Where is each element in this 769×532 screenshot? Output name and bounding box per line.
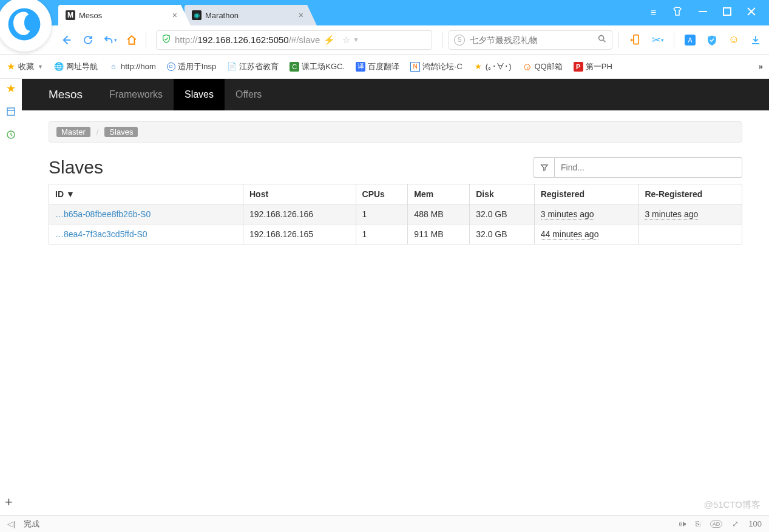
- reload-button[interactable]: [80, 32, 96, 48]
- zoom-value-icon[interactable]: 100: [748, 519, 762, 528]
- maximize-icon[interactable]: [723, 7, 731, 18]
- bookmark-item[interactable]: ⌂http://hom: [109, 62, 156, 72]
- dropdown-icon[interactable]: ▼: [353, 36, 359, 43]
- bookmark-item[interactable]: 🌐网址导航: [54, 61, 98, 72]
- dell-icon: D: [167, 62, 175, 71]
- cell-cpus: 1: [356, 224, 408, 244]
- shirt-icon[interactable]: [672, 6, 683, 19]
- tab-title: Mesos: [79, 11, 102, 20]
- status-bar: ◁| 完成 🕪 ⎘ AD ⤢ 100: [0, 515, 769, 532]
- cell-mem: 488 MB: [408, 204, 470, 224]
- tab-close-icon[interactable]: ×: [172, 10, 177, 20]
- table-row: …b65a-08fbee8fb26b-S0 192.168.126.166 1 …: [49, 204, 742, 224]
- shield-icon[interactable]: [706, 34, 718, 46]
- globe-icon: 🌐: [54, 62, 64, 72]
- search-input[interactable]: [470, 35, 597, 45]
- address-bar[interactable]: http:// 192.168.126.162:5050 /#/slave ⚡ …: [156, 30, 432, 50]
- bookmark-item[interactable]: N鸿鹄论坛-C: [410, 61, 462, 72]
- bookmark-item[interactable]: C课工场KGC.: [290, 61, 345, 72]
- bookmark-label: 第一PH: [586, 61, 612, 72]
- search-box[interactable]: S: [449, 30, 612, 50]
- star-icon[interactable]: ☆: [342, 35, 350, 45]
- smiley-icon[interactable]: ☺: [728, 34, 740, 46]
- slave-id-link[interactable]: b65a-08fbee8fb26b-S0: [64, 209, 151, 219]
- minimize-icon[interactable]: [699, 7, 707, 18]
- translate-icon: 译: [356, 62, 365, 72]
- new-tab-button[interactable]: +: [5, 494, 13, 510]
- bookmark-item[interactable]: 译百度翻译: [356, 61, 399, 72]
- panel-icon[interactable]: [5, 106, 17, 118]
- col-id[interactable]: ID ▼: [49, 184, 243, 204]
- bookmark-item[interactable]: D适用于Insp: [167, 61, 217, 72]
- star-icon[interactable]: ★: [5, 82, 17, 95]
- brand-link[interactable]: Mesos: [49, 79, 98, 110]
- lock-icon[interactable]: ⎘: [696, 519, 700, 528]
- toolbar-right-icons: ✂▾ A ☺: [630, 32, 762, 48]
- sound-icon[interactable]: 🕪: [678, 519, 686, 528]
- filter-button[interactable]: [534, 157, 554, 178]
- star-icon: ★: [473, 62, 483, 72]
- url-path: /#/slave: [289, 35, 320, 45]
- breadcrumb-master[interactable]: Master: [56, 127, 90, 137]
- undo-button[interactable]: ▾: [102, 32, 118, 48]
- slave-id-link[interactable]: 8ea4-7f3ac3cd5ffd-S0: [64, 229, 147, 239]
- tab-marathon[interactable]: ◉ Marathon ×: [185, 5, 317, 25]
- sidebar-toggle-icon[interactable]: ◁|: [7, 519, 15, 528]
- col-disk[interactable]: Disk: [470, 184, 534, 204]
- bookmarks-overflow-icon[interactable]: »: [759, 62, 763, 71]
- bookmark-label: 收藏: [18, 61, 34, 72]
- menu-icon[interactable]: ≡: [651, 7, 656, 18]
- back-button[interactable]: [58, 32, 74, 48]
- breadcrumb-separator: /: [97, 127, 99, 136]
- svg-rect-0: [699, 11, 707, 12]
- cell-cpus: 1: [356, 204, 408, 224]
- search-engine-icon[interactable]: S: [454, 35, 465, 45]
- col-rereg[interactable]: Re-Registered: [639, 184, 742, 204]
- magnifier-icon[interactable]: [597, 34, 607, 46]
- col-host[interactable]: Host: [243, 184, 356, 204]
- bookmark-label: 适用于Insp: [178, 61, 217, 72]
- phone-sync-icon[interactable]: [630, 34, 642, 46]
- breadcrumb-slaves[interactable]: Slaves: [104, 127, 138, 137]
- browser-toolbar: ▾ http:// 192.168.126.162:5050 /#/slave …: [0, 25, 769, 55]
- favorites-button[interactable]: ★收藏▼: [6, 61, 43, 72]
- bookmark-item[interactable]: ★(｡･∀･): [473, 62, 512, 72]
- ad-icon[interactable]: AD: [710, 520, 723, 528]
- nav-slaves[interactable]: Slaves: [174, 79, 225, 110]
- bookmark-item[interactable]: P第一PH: [574, 61, 612, 72]
- col-mem[interactable]: Mem: [408, 184, 470, 204]
- tab-close-icon[interactable]: ×: [299, 10, 303, 20]
- cell-mem: 911 MB: [408, 224, 470, 244]
- cell-registered: 3 minutes ago: [541, 209, 594, 220]
- bookmark-item[interactable]: ◶QQ邮箱: [523, 61, 563, 72]
- slaves-table: ID ▼ Host CPUs Mem Disk Registered Re-Re…: [49, 184, 742, 244]
- mesos-navbar: Mesos Frameworks Slaves Offers: [22, 79, 769, 110]
- cell-disk: 32.0 GB: [470, 224, 534, 244]
- star-icon: ★: [6, 62, 16, 72]
- find-input[interactable]: [554, 157, 742, 178]
- col-reg[interactable]: Registered: [534, 184, 639, 204]
- qq-icon: ◶: [523, 62, 532, 72]
- col-cpus[interactable]: CPUs: [356, 184, 408, 204]
- cell-host: 192.168.126.166: [243, 204, 356, 224]
- nav-offers[interactable]: Offers: [225, 79, 273, 110]
- close-icon[interactable]: [747, 7, 756, 18]
- download-icon[interactable]: [750, 34, 762, 46]
- tab-mesos[interactable]: M Mesos ×: [58, 5, 191, 25]
- bookmark-item[interactable]: 📄江苏省教育: [227, 61, 279, 72]
- svg-text:A: A: [688, 36, 692, 43]
- svg-point-2: [599, 35, 604, 40]
- home-button[interactable]: [124, 32, 140, 48]
- status-text: 完成: [24, 519, 39, 530]
- history-icon[interactable]: [5, 129, 17, 141]
- zoom-icon[interactable]: ⤢: [732, 519, 739, 528]
- nav-frameworks[interactable]: Frameworks: [98, 79, 174, 110]
- bookmarks-bar: ★收藏▼ 🌐网址导航 ⌂http://hom D适用于Insp 📄江苏省教育 C…: [0, 55, 769, 79]
- n-icon: N: [410, 62, 420, 72]
- svg-rect-1: [723, 8, 731, 15]
- scissors-icon[interactable]: ✂▾: [652, 34, 664, 46]
- translate-icon[interactable]: A: [684, 34, 696, 46]
- url-prefix: http://: [175, 35, 198, 45]
- table-row: …8ea4-7f3ac3cd5ffd-S0 192.168.126.165 1 …: [49, 224, 742, 244]
- svg-rect-3: [634, 35, 639, 44]
